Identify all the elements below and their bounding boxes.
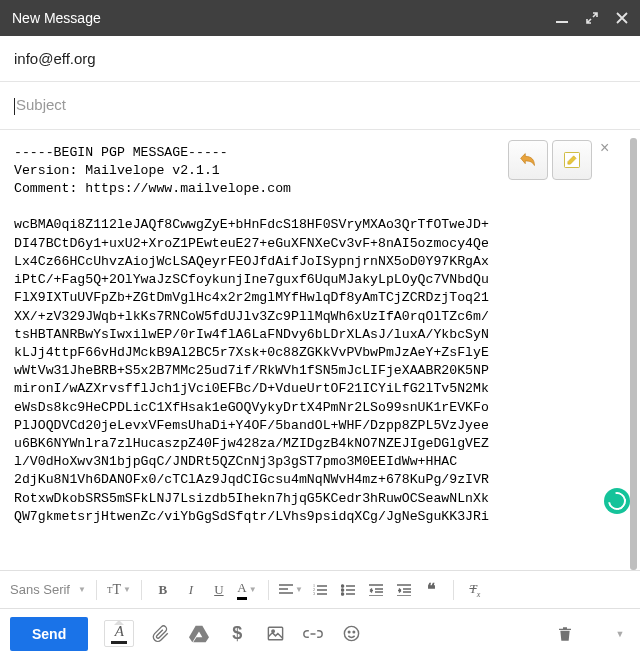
link-icon[interactable]: [302, 623, 324, 645]
undo-button[interactable]: [508, 140, 548, 180]
drive-icon[interactable]: [188, 623, 210, 645]
more-options-button[interactable]: ▼: [608, 623, 630, 645]
format-toggle-button[interactable]: A: [104, 620, 134, 647]
close-icon[interactable]: [616, 12, 628, 24]
action-toolbar: Send A $ ▼: [0, 608, 640, 658]
undo-icon: [517, 149, 539, 171]
attach-icon[interactable]: [150, 623, 172, 645]
pencil-icon: [562, 150, 582, 170]
photo-icon[interactable]: [264, 623, 286, 645]
text-color-button[interactable]: A▼: [236, 577, 258, 603]
format-toolbar: Sans Serif ▼ TT▼ B I U A▼ ▼ 123 ❝: [0, 570, 640, 608]
window-title: New Message: [12, 10, 556, 26]
message-body[interactable]: × -----BEGIN PGP MESSAGE----- Version: M…: [0, 130, 640, 570]
chevron-down-icon: ▼: [78, 585, 86, 594]
subject-field[interactable]: Subject: [0, 82, 640, 130]
bullet-list-button[interactable]: [337, 577, 359, 603]
grammarly-icon[interactable]: [604, 488, 630, 514]
svg-point-7: [341, 592, 343, 594]
to-value: info@eff.org: [14, 50, 96, 67]
pgp-content: -----BEGIN PGP MESSAGE----- Version: Mai…: [14, 144, 624, 527]
svg-point-10: [344, 626, 358, 640]
emoji-icon[interactable]: [340, 623, 362, 645]
numbered-list-button[interactable]: 123: [309, 577, 331, 603]
svg-point-5: [341, 584, 343, 586]
bold-button[interactable]: B: [152, 577, 174, 603]
scrollbar[interactable]: [630, 138, 637, 570]
align-button[interactable]: ▼: [279, 577, 303, 603]
svg-rect-8: [268, 627, 282, 640]
font-size-button[interactable]: TT▼: [107, 577, 131, 603]
mailvelope-close-icon[interactable]: ×: [600, 140, 616, 156]
remove-format-button[interactable]: Tx: [464, 577, 486, 603]
to-field[interactable]: info@eff.org: [0, 36, 640, 82]
indent-more-button[interactable]: [393, 577, 415, 603]
font-picker[interactable]: Sans Serif ▼: [10, 582, 86, 597]
italic-button[interactable]: I: [180, 577, 202, 603]
trash-icon[interactable]: [554, 623, 576, 645]
underline-button[interactable]: U: [208, 577, 230, 603]
svg-point-9: [272, 630, 274, 632]
svg-rect-0: [556, 21, 568, 23]
send-button[interactable]: Send: [10, 617, 88, 651]
titlebar: New Message: [0, 0, 640, 36]
money-icon[interactable]: $: [226, 623, 248, 645]
text-caret: [14, 98, 15, 115]
minimize-icon[interactable]: [556, 12, 568, 24]
svg-point-12: [353, 631, 355, 633]
svg-point-11: [348, 631, 350, 633]
edit-button[interactable]: [552, 140, 592, 180]
mailvelope-toolbar: ×: [508, 140, 616, 180]
svg-point-6: [341, 588, 343, 590]
expand-icon[interactable]: [586, 12, 598, 24]
svg-text:3: 3: [313, 591, 315, 596]
subject-placeholder: Subject: [16, 96, 66, 113]
indent-less-button[interactable]: [365, 577, 387, 603]
quote-button[interactable]: ❝: [421, 577, 443, 603]
